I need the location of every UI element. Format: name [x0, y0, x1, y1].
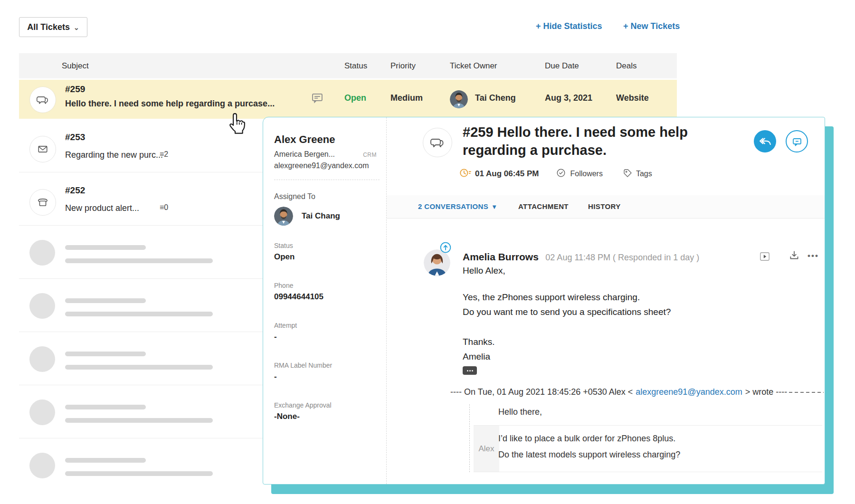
rma-field-label: RMA Label Number — [274, 361, 380, 369]
status-field-label: Status — [274, 242, 380, 249]
ticket-owner-name: Tai Cheng — [475, 93, 516, 103]
add-comment-button[interactable] — [786, 130, 808, 152]
phone-field-label: Phone — [274, 282, 380, 289]
ticket-id: #252 — [65, 185, 85, 196]
phone-field-value: 09944644105 — [274, 292, 380, 302]
exchange-field-label: Exchange Approval — [274, 401, 380, 409]
status-field-value: Open — [274, 252, 380, 262]
overdue-clock-icon — [459, 167, 471, 181]
quoted-line: I’d like to place a bulk order for zPhon… — [498, 434, 675, 444]
tab-conversations[interactable]: 2 CONVERSATIONS▼ — [418, 195, 498, 219]
owner-avatar — [450, 90, 468, 108]
thread-count-badge: ≡0 — [160, 203, 168, 212]
attempt-field-value: - — [274, 332, 380, 342]
ticket-id: #253 — [65, 132, 85, 143]
email-channel-icon — [29, 136, 56, 162]
quote-divider — [474, 425, 822, 426]
ticket-app-page: All Tickets ⌄ + Hide Statistics + New Ti… — [0, 0, 855, 504]
quoted-line: Do the latest models support wireless ch… — [498, 450, 680, 460]
tab-history[interactable]: HISTORY — [588, 195, 621, 218]
ticket-id: #259 — [65, 84, 85, 95]
ticket-timestamp: 01 Aug 06:45 PM — [475, 169, 539, 179]
quoted-email-link[interactable]: alexgreene91@yandex.com — [636, 387, 742, 397]
detail-tab-bar: 2 CONVERSATIONS▼ ATTACHMENT HISTORY — [387, 195, 825, 219]
agent-avatar — [424, 249, 450, 276]
message-timestamp: 02 Aug 11:48 PM ( Responded in 1 day ) — [545, 253, 699, 262]
ticket-subject: Regarding the new purc... — [65, 150, 163, 160]
column-header-deals: Deals — [616, 53, 636, 78]
ticket-title: #259 Hello there. I need some help regar… — [463, 123, 705, 159]
cursor-pointer-icon — [227, 112, 248, 136]
chevron-down-icon: ⌄ — [74, 24, 79, 31]
quoted-message-header: ---- On Tue, 01 Aug 2021 18:45:26 +0530 … — [450, 387, 824, 397]
quoted-sender-label: Alex — [474, 426, 499, 472]
quote-suffix: > wrote ---- — [745, 387, 788, 397]
ticket-row-259[interactable]: #259 Hello there. I need some help regar… — [19, 80, 677, 119]
phone-channel-icon — [29, 189, 56, 216]
quoted-message-block: Hello there, Alex I’d like to place a bu… — [469, 404, 822, 472]
assigned-to-label: Assigned To — [274, 192, 380, 201]
ticket-status: Open — [344, 93, 366, 103]
message-signoff: Thanks. — [463, 337, 495, 347]
message-author: Amelia Burrows — [463, 251, 539, 262]
quote-dash-rule — [789, 392, 824, 393]
contact-company: America Bergen... — [274, 150, 335, 159]
message-greeting: Hello Alex, — [463, 266, 505, 276]
ticket-meta-row: 01 Aug 06:45 PM Followers Tags — [459, 167, 652, 181]
tab-attachment[interactable]: ATTACHMENT — [518, 195, 569, 218]
quoted-greeting: Hello there, — [498, 407, 542, 417]
tags-icon — [623, 168, 633, 180]
message-line: Do you want me to send you a specificati… — [463, 307, 671, 317]
column-header-ticket-owner: Ticket Owner — [450, 53, 497, 78]
assignee-name: Tai Chang — [302, 211, 340, 221]
ticket-due-date: Aug 3, 2021 — [545, 93, 592, 103]
tab-conversations-label: 2 CONVERSATIONS — [418, 202, 488, 210]
ticket-table-header: Subject Status Priority Ticket Owner Due… — [19, 53, 677, 78]
followers-icon — [556, 168, 566, 180]
reply-all-button[interactable] — [754, 130, 776, 152]
download-icon[interactable] — [788, 249, 800, 262]
followers-label[interactable]: Followers — [570, 170, 602, 178]
column-header-due-date: Due Date — [545, 53, 579, 78]
contact-name: Alex Greene — [274, 133, 380, 146]
contact-sidebar: Alex Greene America Bergen... CRM alexgr… — [263, 117, 387, 484]
ticket-subject: Hello there. I need some help regarding … — [65, 99, 275, 109]
message-line: Yes, the zPhones support wireless chargi… — [463, 292, 640, 303]
assignee-avatar — [274, 207, 293, 226]
hide-statistics-link[interactable]: + Hide Statistics — [536, 21, 602, 31]
ticket-priority: Medium — [390, 93, 423, 103]
ticket-detail-main: #259 Hello there. I need some help regar… — [387, 117, 825, 484]
ticket-deals: Website — [616, 93, 649, 103]
quote-divider — [474, 472, 822, 472]
ticket-filter-dropdown[interactable]: All Tickets ⌄ — [19, 17, 87, 37]
sidebar-divider — [274, 180, 380, 180]
show-trimmed-content-button[interactable] — [463, 366, 477, 375]
contact-email[interactable]: alexgreene91@yandex.com — [274, 162, 380, 170]
caret-down-icon: ▼ — [491, 203, 497, 210]
expand-thread-icon[interactable] — [759, 250, 771, 263]
attempt-field-label: Attempt — [274, 322, 380, 329]
column-header-subject: Subject — [62, 53, 89, 78]
comment-indicator-icon[interactable] — [311, 91, 324, 105]
ticket-detail-panel: Alex Greene America Bergen... CRM alexgr… — [263, 117, 825, 485]
tags-label[interactable]: Tags — [636, 170, 652, 178]
crm-badge: CRM — [363, 152, 377, 158]
more-options-icon[interactable]: ••• — [808, 251, 819, 261]
filter-label: All Tickets — [27, 22, 70, 32]
thread-count-badge: ≡2 — [160, 150, 168, 159]
column-header-priority: Priority — [390, 53, 416, 78]
new-tickets-link[interactable]: + New Tickets — [623, 21, 680, 31]
rma-field-value: - — [274, 372, 380, 381]
exchange-field-value: -None- — [274, 412, 380, 421]
outgoing-reply-badge-icon — [440, 242, 451, 253]
quote-prefix: ---- On Tue, 01 Aug 2021 18:45:26 +0530 … — [450, 387, 633, 397]
column-header-status: Status — [344, 53, 367, 78]
message-signoff: Amelia — [463, 352, 490, 362]
ticket-subject: New product alert... — [65, 203, 139, 213]
chat-channel-icon — [423, 128, 452, 157]
chat-channel-icon — [29, 86, 56, 113]
